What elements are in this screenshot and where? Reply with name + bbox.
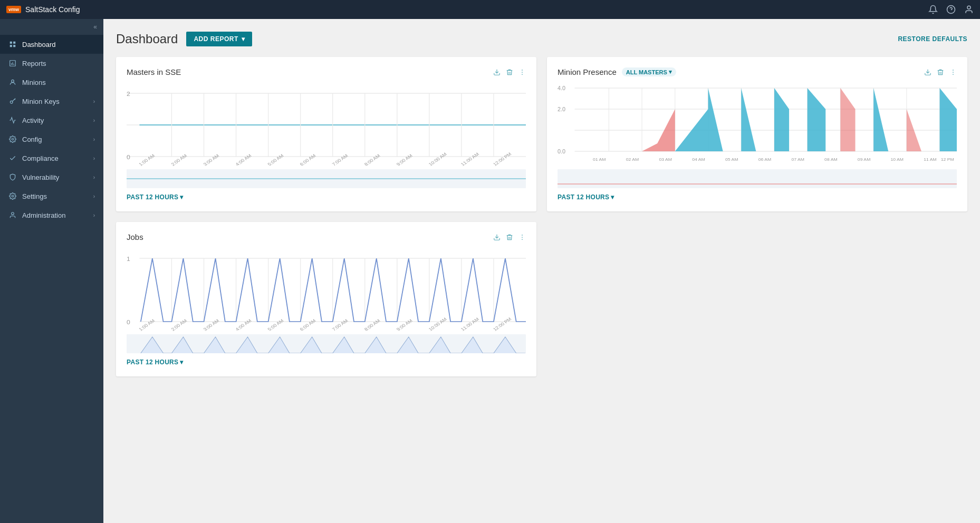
compliance-icon — [8, 154, 17, 162]
svg-marker-75 — [741, 88, 756, 151]
svg-point-99 — [522, 239, 523, 240]
jobs-delete-icon[interactable] — [506, 234, 513, 241]
jobs-card: Jobs — [116, 222, 536, 376]
jobs-minimap — [127, 334, 526, 353]
svg-text:0.0: 0.0 — [558, 149, 565, 154]
masters-time-range-button[interactable]: PAST 12 HOURS ▾ — [127, 193, 184, 201]
app-title: SaltStack Config — [25, 5, 80, 14]
sidebar-item-dashboard-left: Dashboard — [8, 40, 56, 49]
svg-text:1: 1 — [127, 256, 130, 262]
svg-text:04 AM: 04 AM — [692, 157, 705, 162]
sidebar-item-compliance[interactable]: Compliance › — [0, 149, 103, 168]
activity-chevron: › — [93, 118, 95, 123]
jobs-footer: PAST 12 HOURS ▾ — [127, 359, 526, 366]
svg-marker-74 — [675, 88, 723, 151]
svg-text:03 AM: 03 AM — [659, 157, 672, 162]
svg-point-19 — [522, 74, 523, 75]
minion-presence-time-range-label: PAST 12 HOURS — [558, 193, 609, 201]
svg-point-54 — [953, 74, 954, 75]
masters-download-icon[interactable] — [493, 69, 501, 76]
svg-text:2.0: 2.0 — [558, 106, 565, 112]
compliance-chevron: › — [93, 156, 95, 161]
minion-presence-filter[interactable]: ALL MASTERS ▾ — [622, 67, 676, 76]
jobs-time-range-button[interactable]: PAST 12 HOURS ▾ — [127, 359, 184, 366]
masters-in-sse-title: Masters in SSE — [127, 67, 181, 76]
minion-presence-actions — [924, 69, 957, 76]
svg-text:4:00 AM: 4:00 AM — [234, 318, 252, 332]
sidebar-item-minions-label: Minions — [22, 79, 46, 86]
navbar: vmw SaltStack Config — [0, 0, 980, 19]
sidebar-item-vulnerability[interactable]: Vulnerability › — [0, 168, 103, 187]
sidebar-item-administration[interactable]: Administration › — [0, 206, 103, 225]
sidebar-item-activity[interactable]: Activity › — [0, 111, 103, 130]
sidebar-item-reports[interactable]: Reports — [0, 54, 103, 73]
svg-point-53 — [953, 72, 954, 73]
jobs-download-icon[interactable] — [493, 234, 501, 241]
svg-text:2:00 AM: 2:00 AM — [170, 153, 188, 167]
user-icon[interactable] — [964, 5, 974, 14]
add-report-button[interactable]: ADD REPORT ▾ — [186, 32, 252, 46]
vulnerability-icon — [8, 173, 17, 181]
svg-point-98 — [522, 237, 523, 238]
app-body: « Dashboard Reports — [0, 19, 980, 523]
sidebar: « Dashboard Reports — [0, 19, 103, 523]
sidebar-item-reports-left: Reports — [8, 59, 46, 67]
page-header: Dashboard ADD REPORT ▾ RESTORE DEFAULTS — [116, 32, 967, 46]
sidebar-item-settings[interactable]: Settings › — [0, 187, 103, 206]
activity-icon — [8, 116, 17, 124]
svg-text:2: 2 — [127, 91, 130, 97]
svg-text:5:00 AM: 5:00 AM — [266, 318, 284, 332]
settings-chevron: › — [93, 193, 95, 199]
svg-text:02 AM: 02 AM — [626, 157, 639, 162]
dashboard-icon — [8, 40, 17, 49]
svg-text:6:00 AM: 6:00 AM — [299, 318, 316, 332]
sidebar-collapse-button[interactable]: « — [0, 19, 103, 35]
sidebar-item-dashboard[interactable]: Dashboard — [0, 35, 103, 54]
jobs-title: Jobs — [127, 233, 143, 241]
main-content: Dashboard ADD REPORT ▾ RESTORE DEFAULTS … — [103, 19, 980, 523]
svg-text:4:00 AM: 4:00 AM — [234, 153, 252, 167]
sidebar-item-config-left: Config — [8, 135, 42, 143]
svg-point-52 — [953, 70, 954, 71]
minion-presence-title: Minion Presence — [558, 67, 617, 76]
sidebar-item-vulnerability-label: Vulnerability — [22, 173, 59, 181]
svg-point-18 — [522, 72, 523, 73]
config-icon — [8, 135, 17, 143]
svg-text:10:00 AM: 10:00 AM — [428, 317, 448, 332]
sidebar-item-minion-keys-left: Minion Keys — [8, 97, 60, 105]
svg-text:0: 0 — [127, 319, 130, 325]
svg-text:10:00 AM: 10:00 AM — [428, 152, 448, 167]
svg-text:7:00 AM: 7:00 AM — [331, 318, 349, 332]
svg-text:3:00 AM: 3:00 AM — [202, 153, 220, 167]
svg-point-11 — [12, 80, 14, 82]
svg-text:12:00 PM: 12:00 PM — [492, 317, 513, 332]
masters-more-icon[interactable] — [518, 69, 526, 76]
minion-presence-delete-icon[interactable] — [937, 69, 944, 76]
minion-presence-footer: PAST 12 HOURS ▾ — [558, 193, 957, 201]
administration-icon — [8, 211, 17, 219]
sidebar-item-minion-keys[interactable]: Minion Keys › — [0, 92, 103, 111]
svg-text:1:00 AM: 1:00 AM — [138, 153, 156, 167]
restore-defaults-button[interactable]: RESTORE DEFAULTS — [898, 35, 967, 43]
masters-in-sse-chart: 2 0 — [127, 83, 526, 167]
sidebar-item-activity-left: Activity — [8, 116, 44, 124]
svg-text:4.0: 4.0 — [558, 85, 565, 91]
minion-keys-chevron: › — [93, 99, 95, 104]
sidebar-item-config[interactable]: Config › — [0, 130, 103, 149]
masters-time-range-chevron: ▾ — [180, 193, 183, 201]
jobs-actions — [493, 234, 526, 241]
minion-presence-more-icon[interactable] — [949, 69, 957, 76]
masters-delete-icon[interactable] — [506, 69, 513, 76]
svg-text:10 AM: 10 AM — [891, 157, 904, 162]
dashboard-grid: Masters in SSE — [116, 57, 967, 376]
notification-icon[interactable] — [928, 5, 938, 14]
sidebar-item-minions[interactable]: Minions — [0, 73, 103, 92]
svg-marker-81 — [940, 88, 957, 151]
svg-text:11:00 AM: 11:00 AM — [460, 317, 481, 332]
jobs-more-icon[interactable] — [518, 234, 526, 241]
svg-rect-4 — [13, 42, 15, 44]
svg-text:0: 0 — [127, 154, 130, 160]
minion-presence-time-range-button[interactable]: PAST 12 HOURS ▾ — [558, 193, 614, 201]
help-icon[interactable] — [946, 5, 956, 14]
minion-presence-download-icon[interactable] — [924, 69, 931, 76]
